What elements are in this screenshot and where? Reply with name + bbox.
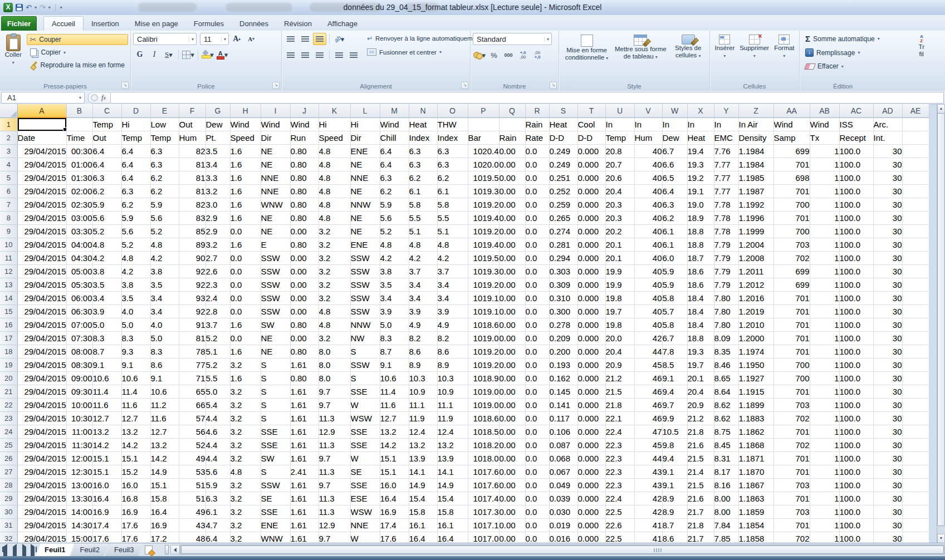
cell-J26[interactable]: 1.61 [290,451,319,465]
cell-E17[interactable]: 5.0 [150,331,179,345]
cell-AD8[interactable]: 30 [873,211,902,224]
cell-AA7[interactable]: 700 [773,198,810,211]
cell-G3[interactable]: 3.5 [205,144,230,158]
cell-A2[interactable]: Date [17,131,66,144]
cell-I4[interactable]: NE [261,158,290,171]
format-cells-button[interactable]: Format ▾ [772,33,796,60]
cell-Z13[interactable]: 1.2012 [738,278,773,291]
cell-Z31[interactable]: 1.1854 [738,518,773,532]
cell-AC27[interactable]: 100.0 [839,465,873,478]
tab-mise-en-page[interactable]: Mise en page [127,17,186,31]
cell-A18[interactable]: 29/04/2015 [17,345,66,358]
cell-AC18[interactable]: 100.0 [839,345,873,358]
cell-H10[interactable]: 1.6 [230,238,261,251]
cell-G23[interactable]: 4.4 [205,411,230,425]
cell-M4[interactable]: 6.4 [380,158,409,171]
cell-P32[interactable]: 1017.0 [468,532,499,543]
cell-AA24[interactable]: 701 [773,425,810,438]
cell-P26[interactable]: 1018.0 [468,451,499,465]
cell-W30[interactable]: 8.9 [662,505,687,518]
cell-AD16[interactable]: 30 [873,318,902,331]
cell-A12[interactable]: 29/04/2015 [17,264,66,278]
cell-A21[interactable]: 29/04/2015 [17,385,66,398]
cell-H31[interactable]: 3.2 [230,518,261,532]
cell-N19[interactable]: 8.9 [409,358,437,371]
column-header-C[interactable]: C [92,104,121,117]
cell-AA14[interactable]: 701 [773,291,810,304]
cell-Z19[interactable]: 1.1950 [738,358,773,371]
tab-affichage[interactable]: Affichage [320,17,365,31]
cell-D3[interactable]: 6.4 [121,144,150,158]
cell-B21[interactable]: 09:30 [66,385,92,398]
row-header-14[interactable]: 14 [0,291,17,304]
cell-AE14[interactable] [902,291,929,304]
cell-AB17[interactable]: 1 [810,331,839,345]
shrink-font-button[interactable]: A▾ [244,33,258,45]
tab-revision[interactable]: Révision [276,17,320,31]
cell-U21[interactable]: 21.5 [605,385,634,398]
cell-T9[interactable]: 0.000 [577,224,605,238]
cell-C14[interactable]: 3.4 [92,291,121,304]
cell-V10[interactable]: 40 [634,238,662,251]
cell-G4[interactable]: 3.4 [205,158,230,171]
cell-J25[interactable]: 1.61 [290,438,319,451]
cell-E5[interactable]: 6.2 [150,171,179,184]
cell-D8[interactable]: 5.9 [121,211,150,224]
cell-Z32[interactable]: 1.1858 [738,532,773,543]
cell-B29[interactable]: 13:30 [66,492,92,505]
cell-I19[interactable]: S [261,358,290,371]
cell-L17[interactable]: NW [350,331,380,345]
row-header-30[interactable]: 30 [0,505,17,518]
cell-H16[interactable]: 1.6 [230,318,261,331]
cell-AD9[interactable]: 30 [873,224,902,238]
column-header-AC[interactable]: AC [839,104,873,117]
cell-J24[interactable]: 1.61 [290,425,319,438]
cell-AB29[interactable]: 1 [810,492,839,505]
cell-U1[interactable]: In [605,117,634,131]
cell-I30[interactable]: SSE [261,505,290,518]
cell-K14[interactable]: 3.2 [319,291,350,304]
cell-V4[interactable]: 40 [634,158,662,171]
cell-N30[interactable]: 15.8 [409,505,437,518]
cell-J13[interactable]: 0.00 [290,278,319,291]
cell-V29[interactable]: 42 [634,492,662,505]
cell-C4[interactable]: 6.4 [92,158,121,171]
comma-style-button[interactable]: 000 [502,49,515,61]
cell-K19[interactable]: 8.0 [319,358,350,371]
column-header-G[interactable]: G [205,104,230,117]
cell-O29[interactable]: 15.4 [437,492,468,505]
cell-B9[interactable]: 03:30 [66,224,92,238]
cell-R30[interactable]: 0.0 [525,505,549,518]
percent-style-button[interactable]: % [487,49,501,61]
cell-Y4[interactable]: 7.77 [714,158,738,171]
cell-M15[interactable]: 3.9 [380,304,409,318]
cell-I14[interactable]: SSW [261,291,290,304]
cell-O5[interactable]: 6.2 [437,171,468,184]
cell-S31[interactable]: 0.019 [549,518,577,532]
cell-L15[interactable]: SSW [350,304,380,318]
cell-L9[interactable]: NE [350,224,380,238]
cell-P20[interactable]: 1018.9 [468,371,499,385]
cell-Z24[interactable]: 1.1862 [738,425,773,438]
cell-M6[interactable]: 6.2 [380,184,409,198]
cell-AE24[interactable] [902,425,929,438]
cell-Y17[interactable]: 8.09 [714,331,738,345]
cell-Z5[interactable]: 1.1985 [738,171,773,184]
cell-R24[interactable]: 0.0 [525,425,549,438]
cell-H22[interactable]: 3.2 [230,398,261,411]
cell-AE9[interactable] [902,224,929,238]
cell-S11[interactable]: 0.294 [549,251,577,264]
column-header-AB[interactable]: AB [810,104,839,117]
cell-I9[interactable]: NE [261,224,290,238]
cell-H19[interactable]: 3.2 [230,358,261,371]
cell-AE4[interactable] [902,158,929,171]
cell-D25[interactable]: 14.2 [121,438,150,451]
cell-T10[interactable]: 0.000 [577,238,605,251]
cell-V24[interactable]: 47 [634,425,662,438]
cell-S12[interactable]: 0.303 [549,264,577,278]
cell-I27[interactable]: S [261,465,290,478]
cell-X17[interactable]: 18.8 [687,331,714,345]
cell-X13[interactable]: 18.6 [687,278,714,291]
cell-F14[interactable]: 93 [179,291,205,304]
cell-H1[interactable]: Wind [230,117,261,131]
